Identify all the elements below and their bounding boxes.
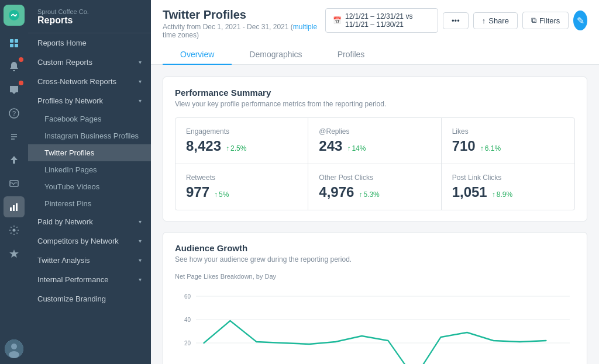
metric-value-row-replies: 243 ↑ 14%	[319, 138, 430, 154]
audience-growth-title: Audience Growth	[175, 243, 575, 253]
metric-label-replies: @Replies	[319, 127, 430, 136]
svg-point-16	[11, 344, 17, 349]
metric-change-retweets: ↑ 5%	[214, 190, 229, 199]
metric-change-other-clicks: ↑ 5.3%	[359, 190, 379, 199]
sidebar-label-internal-performance: Internal Performance	[37, 275, 139, 284]
sidebar-header: Sprout Coffee Co. Reports	[28, 0, 151, 33]
metric-value-row-retweets: 977 ↑ 5%	[186, 184, 297, 200]
compose-icon: ✎	[577, 15, 584, 26]
metric-value-row: 8,423 ↑ 2.5%	[186, 138, 297, 154]
audience-growth-subtitle: See how your audience grew during the re…	[175, 255, 575, 264]
sidebar-section-title: Reports	[37, 15, 142, 26]
sidebar-item-custom-reports[interactable]: Custom Reports ▾	[28, 53, 151, 72]
icon-bar: ?	[0, 0, 28, 364]
chart-label: Net Page Likes Breakdown, by Day	[175, 273, 575, 280]
brand-logo[interactable]	[4, 5, 25, 26]
metrics-grid: Engagements 8,423 ↑ 2.5% @Replies 243 ↑ …	[175, 117, 575, 210]
date-range-text: 12/1/21 – 12/31/21 vs 11/1/21 – 11/30/21	[345, 12, 431, 29]
sidebar-item-twitter-analysis[interactable]: Twitter Analysis ▾	[28, 251, 151, 270]
filter-icon: ⧉	[531, 16, 536, 25]
help-icon-btn[interactable]: ?	[4, 103, 25, 124]
notification-dot	[19, 57, 23, 62]
calendar-icon: 📅	[333, 16, 342, 25]
tasks-icon-btn[interactable]	[4, 126, 25, 147]
share-icon: ↑	[482, 16, 486, 25]
share-button[interactable]: ↑ Share	[473, 12, 518, 29]
filters-button[interactable]: ⧉ Filters	[522, 12, 569, 29]
content-area: Performance Summary View your key profil…	[151, 65, 599, 364]
metric-other-clicks: Other Post Clicks 4,976 ↑ 5.3%	[308, 164, 441, 210]
sidebar-item-linkedin-pages[interactable]: LinkedIn Pages	[28, 161, 151, 178]
page-title: Twitter Profiles	[163, 8, 325, 22]
chart-svg: 60 40 20 0 -20 1 Dec 2 3 4 5 6 7 8 9 10	[175, 285, 575, 364]
main-content: Twitter Profiles Activity from Dec 1, 20…	[151, 0, 599, 364]
metric-value-retweets: 977	[186, 184, 209, 200]
metric-value-other-clicks: 4,976	[319, 184, 354, 200]
metric-value-row-likes: 710 ↑ 6.1%	[452, 138, 564, 154]
sidebar-label-competitors: Competitors by Network	[37, 237, 139, 245]
more-options-button[interactable]: •••	[443, 12, 469, 29]
sidebar-item-youtube-videos[interactable]: YouTube Videos	[28, 178, 151, 195]
sidebar-item-facebook-pages[interactable]: Facebook Pages	[28, 110, 151, 127]
sidebar-label-paid-by-network: Paid by Network	[37, 217, 139, 226]
date-range-button[interactable]: 📅 12/1/21 – 12/31/21 vs 11/1/21 – 11/30/…	[325, 8, 438, 33]
sidebar-item-competitors[interactable]: Competitors by Network ▾	[28, 231, 151, 251]
sidebar-item-profiles-by-network[interactable]: Profiles by Network ▾	[28, 91, 151, 110]
chevron-custom-reports: ▾	[139, 59, 142, 65]
compose-button[interactable]: ✎	[573, 11, 587, 30]
tab-demographics[interactable]: Demographics	[232, 45, 319, 65]
svg-point-14	[13, 229, 16, 232]
metric-value-row-link-clicks: 1,051 ↑ 8.9%	[452, 184, 564, 200]
chevron-twitter-analysis: ▾	[139, 257, 142, 264]
topbar-header: Twitter Profiles Activity from Dec 1, 20…	[163, 8, 587, 39]
metric-likes: Likes 710 ↑ 6.1%	[442, 118, 574, 164]
topbar-title-group: Twitter Profiles Activity from Dec 1, 20…	[163, 8, 325, 39]
metric-value-row-other-clicks: 4,976 ↑ 5.3%	[319, 184, 430, 200]
integrations-icon-btn[interactable]	[4, 243, 25, 264]
chevron-profiles-by-network: ▾	[139, 98, 142, 104]
metric-change-engagements: ↑ 2.5%	[226, 144, 246, 152]
metric-change-replies: ↑ 14%	[347, 144, 366, 152]
chevron-paid-by-network: ▾	[139, 219, 142, 225]
sidebar-item-cross-network[interactable]: Cross-Network Reports ▾	[28, 72, 151, 91]
sidebar-item-paid-by-network[interactable]: Paid by Network ▾	[28, 212, 151, 231]
sidebar-item-internal-performance[interactable]: Internal Performance ▾	[28, 270, 151, 289]
publish-icon-btn[interactable]	[4, 150, 25, 171]
sidebar-item-instagram-business[interactable]: Instagram Business Profiles	[28, 127, 151, 144]
performance-summary-subtitle: View your key profile performance metric…	[175, 100, 575, 108]
tabs: Overview Demographics Profiles	[163, 45, 587, 64]
message-dot	[19, 81, 23, 85]
page-subtitle: Activity from Dec 1, 2021 - Dec 31, 2021…	[163, 23, 325, 39]
tab-profiles[interactable]: Profiles	[320, 45, 383, 65]
sidebar-label-reports-home: Reports Home	[37, 39, 142, 47]
tab-overview[interactable]: Overview	[163, 45, 232, 65]
performance-summary-card: Performance Summary View your key profil…	[163, 77, 587, 221]
inbox-icon-btn[interactable]	[4, 173, 25, 194]
analytics-icon-btn[interactable]	[4, 196, 25, 217]
sidebar-item-pinterest-pins[interactable]: Pinterest Pins	[28, 195, 151, 212]
svg-text:40: 40	[184, 317, 191, 324]
svg-rect-3	[10, 44, 13, 47]
svg-rect-13	[16, 203, 18, 211]
metric-replies: @Replies 243 ↑ 14%	[308, 118, 441, 164]
topbar-actions: 📅 12/1/21 – 12/31/21 vs 11/1/21 – 11/30/…	[325, 8, 587, 33]
timezone-link[interactable]: multiple	[293, 23, 317, 31]
sidebar-label-customize-branding: Customize Branding	[37, 294, 142, 303]
company-name: Sprout Coffee Co.	[37, 8, 142, 15]
metric-retweets: Retweets 977 ↑ 5%	[175, 164, 308, 210]
sidebar-item-reports-home[interactable]: Reports Home	[28, 33, 151, 53]
user-avatar[interactable]	[5, 339, 23, 358]
settings-icon-btn[interactable]	[4, 220, 25, 241]
metric-change-likes: ↑ 6.1%	[480, 144, 501, 152]
metric-value-replies: 243	[319, 138, 342, 154]
metric-link-clicks: Post Link Clicks 1,051 ↑ 8.9%	[442, 164, 574, 210]
sidebar-item-customize-branding[interactable]: Customize Branding	[28, 289, 151, 308]
audience-growth-card: Audience Growth See how your audience gr…	[163, 232, 587, 364]
svg-rect-2	[15, 39, 18, 43]
sidebar-label-custom-reports: Custom Reports	[37, 58, 139, 67]
metric-value-engagements: 8,423	[186, 138, 221, 154]
home-icon-btn[interactable]	[4, 33, 25, 54]
chevron-internal-performance: ▾	[139, 276, 142, 283]
svg-rect-12	[13, 205, 15, 211]
sidebar-item-twitter-profiles[interactable]: Twitter Profiles	[28, 144, 151, 161]
